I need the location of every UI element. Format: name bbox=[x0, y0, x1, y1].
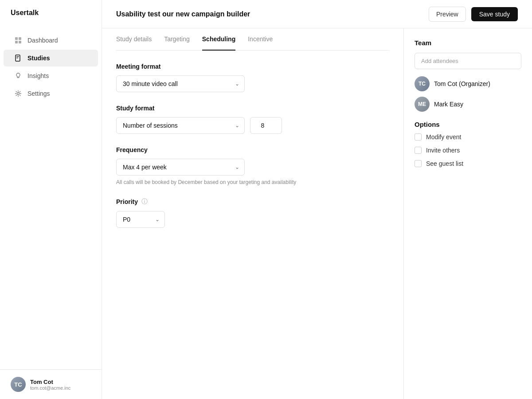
tab-incentive[interactable]: Incentive bbox=[248, 28, 273, 51]
gear-icon bbox=[14, 90, 22, 98]
frequency-hint: All calls will be booked by December bas… bbox=[116, 179, 389, 185]
priority-select-wrapper: P0 P1 P2 P3 ⌄ bbox=[116, 211, 165, 228]
sidebar-footer: TC Tom Cot tom.cot@acme.inc bbox=[0, 369, 102, 399]
invite-others-checkbox[interactable] bbox=[415, 147, 422, 154]
tab-targeting[interactable]: Targeting bbox=[164, 28, 190, 51]
avatar: TC bbox=[415, 76, 430, 91]
book-icon bbox=[14, 54, 22, 62]
sidebar-item-dashboard-label: Dashboard bbox=[27, 37, 58, 44]
options-title: Options bbox=[415, 121, 521, 128]
priority-section: Priority ⓘ P0 P1 P2 P3 ⌄ bbox=[116, 198, 389, 228]
sidebar: Usertalk Dashboard Studies bbox=[0, 0, 102, 399]
modify-event-checkbox[interactable] bbox=[415, 133, 422, 141]
svg-rect-5 bbox=[16, 56, 19, 57]
svg-rect-7 bbox=[17, 78, 20, 78]
page-title: Usability test our new campaign builder bbox=[116, 10, 250, 18]
study-format-select-wrapper: Number of sessions Fixed sessions ⌄ bbox=[116, 117, 245, 134]
sidebar-item-studies-label: Studies bbox=[27, 55, 50, 62]
meeting-format-section: Meeting format 30 minute video call 60 m… bbox=[116, 63, 389, 92]
meeting-format-select[interactable]: 30 minute video call 60 minute video cal… bbox=[116, 75, 245, 92]
modify-event-label: Modify event bbox=[426, 133, 461, 141]
content-area: Study details Targeting Scheduling Incen… bbox=[102, 28, 532, 399]
option-invite-others: Invite others bbox=[415, 147, 521, 154]
svg-rect-2 bbox=[15, 41, 18, 43]
svg-rect-6 bbox=[16, 58, 18, 58]
top-bar: Usability test our new campaign builder … bbox=[102, 0, 532, 28]
right-panel: Team TC Tom Cot (Organizer) ME Mark Easy… bbox=[403, 28, 532, 399]
option-modify-event: Modify event bbox=[415, 133, 521, 141]
see-guest-list-label: See guest list bbox=[426, 160, 463, 167]
preview-button[interactable]: Preview bbox=[429, 7, 466, 22]
frequency-select[interactable]: Max 4 per week Max 2 per week Max 1 per … bbox=[116, 159, 245, 176]
add-attendees-input[interactable] bbox=[415, 53, 521, 69]
info-icon[interactable]: ⓘ bbox=[141, 198, 148, 206]
member-name: Mark Easy bbox=[434, 101, 463, 108]
tabs: Study details Targeting Scheduling Incen… bbox=[116, 28, 389, 51]
grid-icon bbox=[14, 36, 22, 44]
team-member-1: TC Tom Cot (Organizer) bbox=[415, 76, 521, 91]
sidebar-item-dashboard[interactable]: Dashboard bbox=[4, 32, 98, 49]
priority-select[interactable]: P0 P1 P2 P3 bbox=[116, 211, 165, 228]
top-bar-actions: Preview Save study bbox=[429, 7, 518, 22]
save-button[interactable]: Save study bbox=[471, 7, 518, 21]
user-name: Tom Cot bbox=[30, 379, 70, 385]
study-format-select[interactable]: Number of sessions Fixed sessions bbox=[116, 117, 245, 134]
main-area: Usability test our new campaign builder … bbox=[102, 0, 532, 399]
tab-study-details[interactable]: Study details bbox=[116, 28, 152, 51]
avatar: ME bbox=[415, 97, 430, 112]
user-email: tom.cot@acme.inc bbox=[30, 385, 70, 391]
sessions-input[interactable] bbox=[250, 117, 282, 134]
option-see-guest-list: See guest list bbox=[415, 160, 521, 167]
sidebar-nav: Dashboard Studies Insights bbox=[0, 26, 102, 369]
avatar: TC bbox=[11, 377, 26, 392]
user-info: Tom Cot tom.cot@acme.inc bbox=[30, 379, 70, 391]
sidebar-item-studies[interactable]: Studies bbox=[4, 50, 98, 66]
meeting-format-select-wrapper: 30 minute video call 60 minute video cal… bbox=[116, 75, 245, 92]
sidebar-item-insights-label: Insights bbox=[27, 72, 49, 79]
frequency-select-wrapper: Max 4 per week Max 2 per week Max 1 per … bbox=[116, 159, 245, 176]
team-member-2: ME Mark Easy bbox=[415, 97, 521, 112]
app-logo: Usertalk bbox=[0, 0, 102, 26]
member-name: Tom Cot (Organizer) bbox=[434, 80, 490, 87]
frequency-label: Frequency bbox=[116, 146, 389, 153]
sidebar-item-insights[interactable]: Insights bbox=[4, 67, 98, 84]
tab-scheduling[interactable]: Scheduling bbox=[202, 28, 235, 51]
main-panel: Study details Targeting Scheduling Incen… bbox=[102, 28, 403, 399]
svg-point-8 bbox=[17, 93, 20, 95]
frequency-section: Frequency Max 4 per week Max 2 per week … bbox=[116, 146, 389, 185]
svg-rect-0 bbox=[15, 37, 18, 40]
priority-label: Priority bbox=[116, 198, 138, 205]
priority-row: Priority ⓘ bbox=[116, 198, 389, 206]
study-format-label: Study format bbox=[116, 105, 389, 112]
sidebar-item-settings-label: Settings bbox=[27, 90, 50, 97]
svg-rect-3 bbox=[19, 41, 21, 43]
team-title: Team bbox=[415, 39, 521, 47]
invite-others-label: Invite others bbox=[426, 147, 460, 154]
sidebar-item-settings[interactable]: Settings bbox=[4, 85, 98, 102]
svg-rect-1 bbox=[19, 37, 21, 40]
study-format-section: Study format Number of sessions Fixed se… bbox=[116, 105, 389, 134]
options-section: Options Modify event Invite others See g… bbox=[415, 121, 521, 167]
study-format-row: Number of sessions Fixed sessions ⌄ bbox=[116, 117, 389, 134]
see-guest-list-checkbox[interactable] bbox=[415, 160, 422, 167]
meeting-format-label: Meeting format bbox=[116, 63, 389, 70]
team-section: Team TC Tom Cot (Organizer) ME Mark Easy bbox=[415, 39, 521, 112]
lightbulb-icon bbox=[14, 72, 22, 80]
